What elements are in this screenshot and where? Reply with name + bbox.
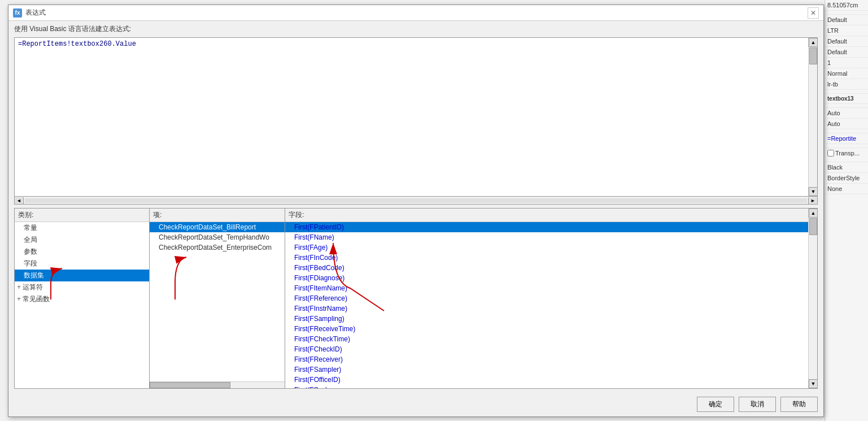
expression-vscrollbar[interactable]: ▲ ▼ bbox=[808, 38, 817, 196]
prop-lrtb: lr-tb bbox=[825, 79, 868, 90]
fields-list: First(FPatientID) First(FName) First(FAg… bbox=[285, 222, 808, 388]
hscroll-track bbox=[25, 198, 807, 203]
field-fsampling[interactable]: First(FSampling) bbox=[285, 314, 808, 324]
field-fdiagnose[interactable]: First(FDiagnose) bbox=[285, 273, 808, 283]
cancel-button[interactable]: 取消 bbox=[739, 397, 776, 412]
scroll-thumb bbox=[809, 47, 817, 64]
item-temphandwo[interactable]: CheckReportDataSet_TempHandWo bbox=[150, 232, 285, 242]
expression-dialog: fx 表达式 ✕ 使用 Visual Basic 语言语法建立表达式: =Rep… bbox=[8, 5, 824, 417]
category-item-params[interactable]: 参数 bbox=[15, 246, 149, 258]
fields-panel: 字段: First(FPatientID) First(FName) First… bbox=[285, 208, 818, 389]
items-scrollbar-thumb bbox=[150, 382, 230, 388]
scroll-track bbox=[809, 47, 817, 187]
help-button[interactable]: 帮助 bbox=[780, 397, 818, 412]
field-finstrname[interactable]: First(FInstrName) bbox=[285, 303, 808, 314]
field-fofficeid[interactable]: First(FOfficeID) bbox=[285, 375, 808, 385]
category-label: 参数 bbox=[24, 248, 37, 255]
field-fname[interactable]: First(FName) bbox=[285, 232, 808, 242]
field-label: First(FReference) bbox=[294, 294, 347, 302]
prop-none: None bbox=[825, 184, 868, 194]
category-item-operators[interactable]: 运算符 bbox=[15, 281, 149, 293]
close-button[interactable]: ✕ bbox=[808, 7, 819, 19]
dialog-subtitle: 使用 Visual Basic 语言语法建立表达式: bbox=[8, 21, 823, 37]
field-fincode[interactable]: First(FInCode) bbox=[285, 253, 808, 263]
category-item-global[interactable]: 全局 bbox=[15, 234, 149, 246]
category-item-constants[interactable]: 常量 bbox=[15, 222, 149, 234]
category-item-functions[interactable]: 常见函数 bbox=[15, 293, 149, 305]
field-label: First(FOfficeID) bbox=[294, 376, 341, 384]
fields-panel-inner: 字段: First(FPatientID) First(FName) First… bbox=[285, 209, 808, 388]
fields-vscrollbar[interactable]: ▲ ▼ bbox=[808, 209, 817, 388]
prop-textbox: textbox13 bbox=[825, 94, 868, 104]
category-item-datasets[interactable]: 数据集 bbox=[15, 270, 149, 281]
category-panel: 类别: 常量 全局 参数 字段 数据集 运算符 bbox=[14, 208, 150, 389]
hscroll-left-btn[interactable]: ◄ bbox=[15, 197, 24, 204]
category-header: 类别: bbox=[15, 209, 149, 222]
item-enterprisecom[interactable]: CheckReportDataSet_EnterpriseCom bbox=[150, 242, 285, 253]
ok-button[interactable]: 确定 bbox=[697, 397, 734, 412]
prop-default1: Default bbox=[825, 15, 868, 25]
fields-header: 字段: bbox=[285, 209, 808, 222]
fields-scroll-track bbox=[809, 218, 817, 379]
fields-scroll-down[interactable]: ▼ bbox=[809, 379, 818, 388]
prop-black: Black bbox=[825, 162, 868, 173]
prop-default3: Default bbox=[825, 47, 868, 58]
category-list: 常量 全局 参数 字段 数据集 运算符 常见函数 bbox=[15, 222, 149, 388]
dialog-buttons: 确定 取消 帮助 bbox=[8, 392, 823, 416]
items-panel: 项: CheckReportDataSet_BillReport CheckRe… bbox=[150, 208, 285, 389]
expression-hscrollbar[interactable]: ◄ ► bbox=[14, 197, 818, 205]
dialog-title: 表达式 bbox=[25, 8, 46, 18]
field-fsampler[interactable]: First(FSampler) bbox=[285, 364, 808, 375]
items-header: 项: bbox=[150, 209, 285, 222]
prop-borderstyle: BorderStyle bbox=[825, 173, 868, 184]
field-label: First(FBedCode) bbox=[294, 264, 344, 272]
field-label: First(FDiagnose) bbox=[294, 274, 344, 282]
field-label: First(FInstrName) bbox=[294, 305, 347, 313]
prop-default2: Default bbox=[825, 36, 868, 47]
item-label: CheckReportDataSet_BillReport bbox=[159, 223, 256, 231]
category-label: 字段 bbox=[24, 259, 37, 267]
prop-empty2 bbox=[825, 90, 868, 94]
prop-empty5 bbox=[825, 144, 868, 148]
field-fcheckid[interactable]: First(FCheckID) bbox=[285, 344, 808, 354]
field-label: First(FItemName) bbox=[294, 284, 347, 292]
fields-scroll-thumb bbox=[809, 218, 817, 235]
field-fsex[interactable]: First(FSex) bbox=[285, 385, 808, 388]
field-fchecktime[interactable]: First(FCheckTime) bbox=[285, 334, 808, 344]
prop-auto2: Auto bbox=[825, 119, 868, 129]
category-label: 数据集 bbox=[24, 271, 44, 279]
items-list: CheckReportDataSet_BillReport CheckRepor… bbox=[150, 222, 285, 381]
field-freceiver[interactable]: First(FReceiver) bbox=[285, 354, 808, 364]
field-freceivetime[interactable]: First(FReceiveTime) bbox=[285, 324, 808, 334]
fields-scroll-up[interactable]: ▲ bbox=[809, 209, 818, 218]
field-label: First(FCheckID) bbox=[294, 345, 342, 353]
field-fbedcode[interactable]: First(FBedCode) bbox=[285, 263, 808, 273]
field-label: First(FName) bbox=[294, 233, 334, 241]
field-label: First(FAge) bbox=[294, 244, 328, 251]
field-freference[interactable]: First(FReference) bbox=[285, 293, 808, 303]
panels-container: 类别: 常量 全局 参数 字段 数据集 运算符 bbox=[14, 208, 818, 389]
expression-input[interactable]: =ReportItems!textbox260.Value bbox=[15, 38, 808, 196]
field-fitemname[interactable]: First(FItemName) bbox=[285, 283, 808, 293]
expression-editor-container: =ReportItems!textbox260.Value ▲ ▼ bbox=[14, 37, 818, 197]
field-fage[interactable]: First(FAge) bbox=[285, 242, 808, 253]
prop-ltr: LTR bbox=[825, 25, 868, 36]
item-label: CheckReportDataSet_TempHandWo bbox=[159, 233, 269, 241]
items-hscrollbar[interactable] bbox=[150, 381, 285, 388]
scroll-up-btn[interactable]: ▲ bbox=[809, 38, 818, 47]
transparent-label: Transp... bbox=[835, 150, 860, 157]
item-billreport[interactable]: CheckReportDataSet_BillReport bbox=[150, 222, 285, 232]
scroll-down-btn[interactable]: ▼ bbox=[809, 187, 818, 196]
field-fpatientid[interactable]: First(FPatientID) bbox=[285, 222, 808, 232]
prop-empty4 bbox=[825, 129, 868, 133]
category-item-fields[interactable]: 字段 bbox=[15, 258, 149, 270]
dialog-titlebar: fx 表达式 ✕ bbox=[8, 5, 823, 21]
category-label: 全局 bbox=[24, 236, 37, 244]
prop-transparent[interactable]: Transp... bbox=[825, 148, 868, 158]
hscroll-right-btn[interactable]: ► bbox=[808, 197, 817, 204]
transparent-checkbox[interactable] bbox=[827, 150, 834, 157]
field-label: First(FReceiver) bbox=[294, 355, 343, 363]
prop-auto1: Auto bbox=[825, 108, 868, 119]
item-label: CheckReportDataSet_EnterpriseCom bbox=[159, 244, 272, 251]
category-label: 常见函数 bbox=[23, 295, 50, 303]
